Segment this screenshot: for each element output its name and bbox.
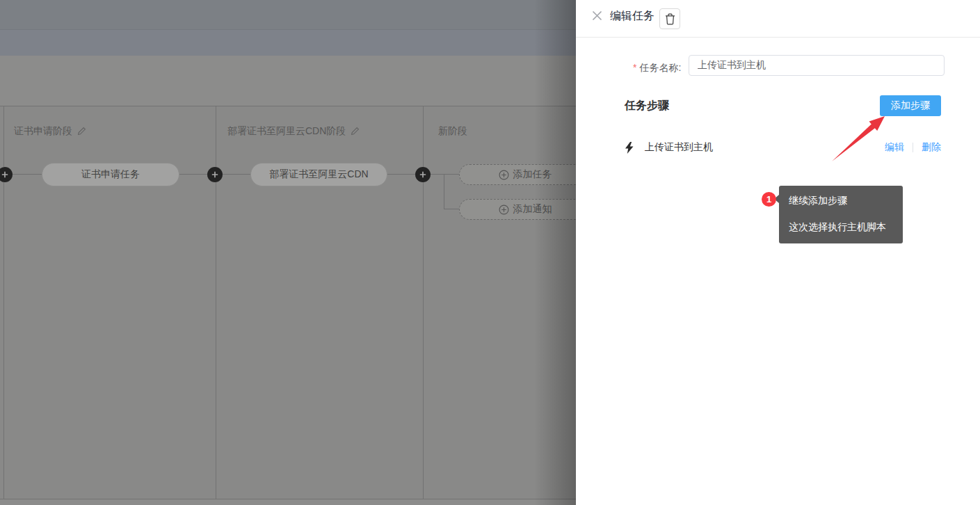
- drawer-header: 编辑任务: [576, 0, 980, 38]
- task-node-deploy-cdn[interactable]: 部署证书至阿里云CDN: [250, 163, 387, 186]
- task-name-label: *任务名称:: [633, 62, 681, 74]
- plus-icon: [1, 171, 8, 178]
- circle-plus-icon: [499, 205, 509, 215]
- connector-line: [223, 174, 250, 175]
- plus-icon: [419, 171, 426, 178]
- annotation-tooltip: 继续添加步骤 这次选择执行主机脚本: [779, 186, 903, 243]
- task-steps-heading: 任务步骤: [625, 99, 669, 113]
- connector-line: [179, 174, 207, 175]
- stage-divider: [423, 106, 424, 499]
- stage-header-new-stage: 新阶段: [438, 125, 467, 137]
- connector-branch-line: [444, 175, 444, 209]
- connector-line: [387, 174, 415, 175]
- circle-plus-icon: [499, 170, 509, 180]
- tooltip-line1: 继续添加步骤: [789, 195, 893, 207]
- connector-line: [444, 209, 459, 209]
- stage-divider: [3, 106, 4, 499]
- add-step-button[interactable]: 添加步骤: [880, 95, 941, 116]
- task-node-cert-apply[interactable]: 证书申请任务: [42, 163, 179, 186]
- drawer-title: 编辑任务: [610, 9, 654, 24]
- annotation-step-badge: 1: [762, 192, 776, 207]
- edit-task-drawer: 编辑任务 *任务名称: 任务步骤 添加步骤 上传证书到主机 编辑 删除 1 继续…: [576, 0, 980, 505]
- add-stage-node-button[interactable]: [415, 167, 431, 182]
- stage-title-text: 部署证书至阿里云CDN阶段: [227, 125, 346, 138]
- task-node-label: 证书申请任务: [81, 168, 140, 181]
- task-node-label: 部署证书至阿里云CDN: [269, 168, 368, 181]
- add-stage-node-button[interactable]: [207, 167, 223, 182]
- stage-header-deploy-cdn: 部署证书至阿里云CDN阶段: [227, 125, 360, 137]
- delete-task-button[interactable]: [659, 8, 680, 29]
- edit-pencil-icon[interactable]: [77, 127, 86, 136]
- link-divider: [913, 143, 913, 152]
- lightning-icon: [625, 142, 634, 154]
- drawer-edge-shadow: [534, 0, 576, 505]
- tooltip-line2: 这次选择执行主机脚本: [789, 221, 893, 234]
- step-name: 上传证书到主机: [645, 141, 885, 154]
- top-header-bar: [0, 0, 576, 29]
- step-edit-link[interactable]: 编辑: [885, 141, 904, 154]
- step-row: 上传证书到主机 编辑 删除: [625, 136, 941, 159]
- stage-title-text: 新阶段: [438, 125, 467, 138]
- canvas-footer-strip: [0, 499, 576, 505]
- step-delete-link[interactable]: 删除: [922, 141, 941, 154]
- trash-icon: [665, 13, 675, 25]
- required-mark: *: [633, 62, 636, 73]
- workflow-canvas: 证书申请阶段 部署证书至阿里云CDN阶段 新阶段 证书申请任务 部署证书至阿里云…: [0, 0, 576, 505]
- close-icon[interactable]: [592, 10, 603, 22]
- toolbar-strip: [0, 56, 576, 106]
- sub-header-bar: [0, 29, 576, 56]
- plus-icon: [211, 171, 218, 178]
- stage-header-cert-apply: 证书申请阶段: [14, 125, 86, 137]
- edit-pencil-icon[interactable]: [351, 127, 360, 136]
- stage-title-text: 证书申请阶段: [14, 125, 72, 138]
- connector-line: [431, 174, 459, 175]
- stage-divider: [216, 106, 216, 499]
- task-name-input[interactable]: [689, 55, 945, 76]
- connector-line: [13, 174, 42, 175]
